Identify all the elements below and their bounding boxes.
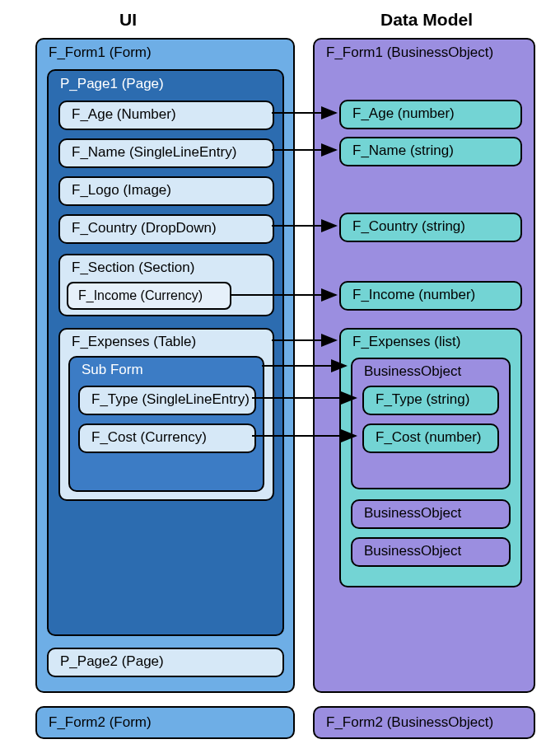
field-age-label: F_Age (Number) [72,106,176,122]
form1-box: F_Form1 (Form) P_Page1 (Page) F_Age (Num… [35,38,295,693]
form2-bo-box: F_Form2 (BusinessObject) [313,706,535,739]
bo-item-1-label: BusinessObject [364,363,461,379]
field-income-label: F_Income (Currency) [78,288,203,302]
page2-label: P_Page2 (Page) [60,653,164,669]
field-type: F_Type (SingleLineEntry) [78,386,256,415]
ui-header: UI [119,10,137,30]
field-name-label: F_Name (SingleLineEntry) [72,144,236,160]
form1-label: F_Form1 (Form) [49,44,293,61]
expenses-table-label: F_Expenses (Table) [72,334,196,349]
form2-bo-label: F_Form2 (BusinessObject) [326,714,493,730]
form2-box: F_Form2 (Form) [35,706,295,739]
page2-box: P_Page2 (Page) [47,648,284,677]
section-label: F_Section (Section) [72,260,194,275]
expenses-table-box: F_Expenses (Table) Sub Form F_Type (Sing… [58,328,274,501]
bo-country: F_Country (string) [339,213,522,242]
field-type-label: F_Type (SingleLineEntry) [91,391,250,407]
bo-type-label: F_Type (string) [376,391,469,407]
section-box: F_Section (Section) F_Income (Currency) [58,254,274,316]
subform-box: Sub Form F_Type (SingleLineEntry) F_Cost… [68,356,264,492]
field-cost-label: F_Cost (Currency) [91,429,207,445]
field-name: F_Name (SingleLineEntry) [58,138,274,168]
bo-income: F_Income (number) [339,281,522,311]
bo-item-3: BusinessObject [351,537,511,567]
page1-box: P_Page1 (Page) F_Age (Number) F_Name (Si… [47,69,284,636]
bo-item-2: BusinessObject [351,499,511,529]
field-logo: F_Logo (Image) [58,176,274,206]
bo-age-label: F_Age (number) [352,105,455,121]
field-country-label: F_Country (DropDown) [72,220,217,236]
bo-type: F_Type (string) [362,386,499,415]
bo-item-2-label: BusinessObject [364,505,461,521]
bo-name-label: F_Name (string) [352,143,454,158]
bo-cost-label: F_Cost (number) [376,429,481,445]
bo-age: F_Age (number) [339,100,522,129]
form1-bo-label: F_Form1 (BusinessObject) [326,44,534,61]
data-model-header: Data Model [380,10,473,30]
bo-expenses-list: F_Expenses (list) BusinessObject F_Type … [339,328,522,587]
bo-item-3-label: BusinessObject [364,543,461,559]
form1-bo-box: F_Form1 (BusinessObject) F_Age (number) … [313,38,535,693]
page1-label: P_Page1 (Page) [60,76,282,92]
bo-name: F_Name (string) [339,137,522,166]
field-income: F_Income (Currency) [67,282,231,310]
bo-expenses-label: F_Expenses (list) [352,334,460,349]
bo-cost: F_Cost (number) [362,423,499,453]
bo-country-label: F_Country (string) [352,218,465,234]
form2-label: F_Form2 (Form) [49,714,152,730]
field-country: F_Country (DropDown) [58,214,274,244]
subform-label: Sub Form [82,362,143,377]
field-logo-label: F_Logo (Image) [72,182,171,198]
bo-item-1: BusinessObject F_Type (string) F_Cost (n… [351,358,511,489]
field-age: F_Age (Number) [58,101,274,130]
bo-income-label: F_Income (number) [352,287,475,302]
field-cost: F_Cost (Currency) [78,423,256,453]
